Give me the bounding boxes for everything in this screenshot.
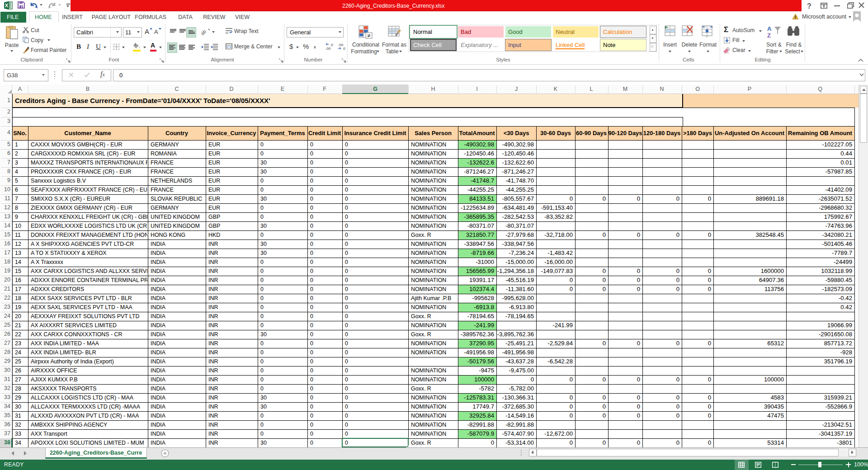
svg-text:A: A: [767, 25, 772, 32]
svg-text:?: ?: [807, 2, 811, 10]
svg-text:≠: ≠: [368, 33, 371, 39]
svg-text:.0: .0: [342, 47, 345, 51]
svg-text:.00: .00: [326, 47, 331, 51]
svg-text:X: X: [5, 3, 9, 8]
svg-text:Z: Z: [767, 32, 771, 39]
